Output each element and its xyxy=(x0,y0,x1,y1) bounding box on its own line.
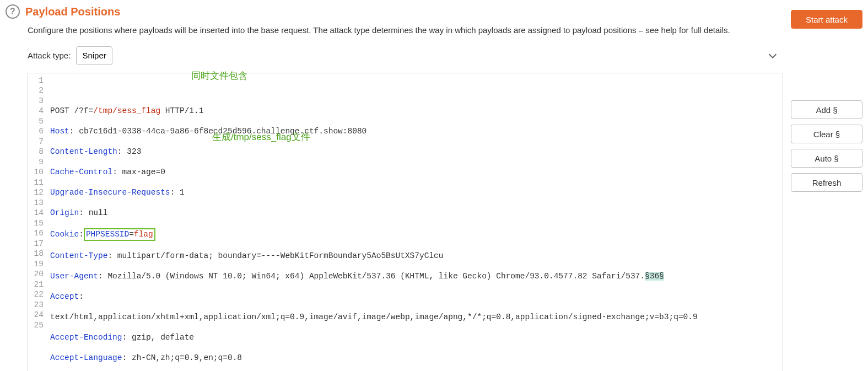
attack-type-label: Attack type: xyxy=(28,51,71,60)
attack-type-select[interactable]: Sniper xyxy=(76,46,112,65)
add-marker-button[interactable]: Add § xyxy=(791,100,862,119)
annotation-include: 同时文件包含 xyxy=(191,71,247,82)
page-title: Payload Positions xyxy=(25,6,120,18)
help-icon[interactable]: ? xyxy=(6,4,20,19)
refresh-button[interactable]: Refresh xyxy=(791,173,862,192)
line-number-gutter: 1 2 3 4 5 6 7 8 9 10 11 12 13 14 15 16 1… xyxy=(28,73,47,371)
code-area[interactable]: 同时文件包含 生成/tmp/sess_flag文件 POST /?f=/tmp/… xyxy=(47,73,783,371)
phpsessid-box: PHPSESSID=flag xyxy=(84,228,155,241)
auto-marker-button[interactable]: Auto § xyxy=(791,149,862,168)
request-editor[interactable]: 1 2 3 4 5 6 7 8 9 10 11 12 13 14 15 16 1… xyxy=(28,73,783,371)
clear-marker-button[interactable]: Clear § xyxy=(791,125,862,143)
description-text: Configure the positions where payloads w… xyxy=(28,24,783,36)
start-attack-button[interactable]: Start attack xyxy=(791,10,862,29)
payload-marker: §36§ xyxy=(645,272,664,281)
